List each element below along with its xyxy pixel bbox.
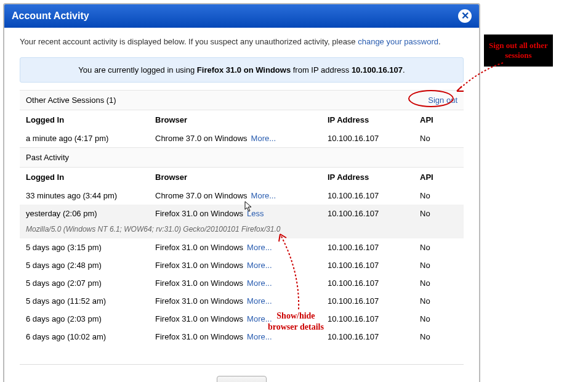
browser-name: Chrome 37.0 on Windows (155, 191, 248, 200)
cell-api: No (420, 314, 457, 323)
cell-api: No (420, 278, 457, 288)
past-header-row: Logged In Browser IP Address API (20, 168, 464, 187)
banner-ip: 10.100.16.107 (352, 65, 403, 75)
cell-api: No (420, 261, 457, 270)
cell-logged-in: 5 days ago (2:07 pm) (26, 278, 155, 288)
past-activity-label: Past Activity (26, 153, 69, 162)
cell-logged-in: 5 days ago (2:48 pm) (26, 261, 155, 270)
table-row: 5 days ago (11:52 am)Firefox 31.0 on Win… (20, 292, 464, 310)
col-logged-in: Logged In (26, 173, 155, 182)
cell-logged-in: 6 days ago (2:03 pm) (26, 314, 155, 323)
other-sessions-label: Other Active Sessions (1) (26, 96, 116, 105)
annotation-signout: Sign out all other sessions (484, 35, 553, 67)
cell-browser: Firefox 31.0 on WindowsMore... (155, 261, 328, 270)
cell-browser: Firefox 31.0 on WindowsMore... (155, 314, 328, 323)
other-sessions-header: Other Active Sessions (1) Sign out (20, 90, 464, 110)
col-ip: IP Address (328, 115, 420, 124)
less-link[interactable]: Less (247, 209, 264, 218)
browser-name: Firefox 31.0 on Windows (155, 261, 243, 270)
cell-api: No (420, 191, 457, 200)
table-row: 6 days ago (2:03 pm)Firefox 31.0 on Wind… (20, 310, 464, 328)
cell-logged-in: a minute ago (4:17 pm) (26, 134, 155, 143)
browser-name: Firefox 31.0 on Windows (155, 243, 243, 252)
more-link[interactable]: More... (247, 314, 272, 323)
cell-logged-in: 33 minutes ago (3:44 pm) (26, 191, 155, 200)
cell-ip: 10.100.16.107 (328, 296, 420, 306)
table-row: 33 minutes ago (3:44 pm)Chrome 37.0 on W… (20, 187, 464, 205)
intro-text: Your recent account activity is displaye… (20, 37, 464, 46)
change-password-link[interactable]: change your password (358, 37, 438, 46)
more-link[interactable]: More... (247, 296, 272, 306)
intro-suffix: . (438, 37, 441, 46)
browser-name: Firefox 31.0 on Windows (155, 314, 243, 323)
browser-name: Firefox 31.0 on Windows (155, 296, 243, 306)
table-row: 5 days ago (3:15 pm)Firefox 31.0 on Wind… (20, 238, 464, 256)
col-browser: Browser (155, 115, 328, 124)
cell-api: No (420, 209, 457, 218)
more-link[interactable]: More... (251, 191, 276, 200)
cell-browser: Firefox 31.0 on WindowsMore... (155, 296, 328, 306)
browser-name: Firefox 31.0 on Windows (155, 332, 243, 341)
cell-api: No (420, 332, 457, 341)
table-row: a minute ago (4:17 pm)Chrome 37.0 on Win… (20, 129, 464, 147)
dialog-footer: Close (20, 364, 464, 382)
account-activity-dialog: Account Activity ✕ Your recent account a… (3, 3, 480, 382)
browser-name: Firefox 31.0 on Windows (155, 209, 243, 218)
cell-ip: 10.100.16.107 (328, 278, 420, 288)
table-row: 5 days ago (2:48 pm)Firefox 31.0 on Wind… (20, 256, 464, 274)
cell-ip: 10.100.16.107 (328, 209, 420, 218)
cell-ip: 10.100.16.107 (328, 243, 420, 252)
table-row: 5 days ago (2:07 pm)Firefox 31.0 on Wind… (20, 274, 464, 292)
banner-post: . (403, 65, 405, 75)
sign-out-link[interactable]: Sign out (428, 96, 457, 105)
browser-name: Firefox 31.0 on Windows (155, 278, 243, 288)
cell-ip: 10.100.16.107 (328, 134, 420, 143)
cell-logged-in: 6 days ago (10:02 am) (26, 332, 155, 341)
more-link[interactable]: More... (247, 332, 272, 341)
cell-browser: Firefox 31.0 on WindowsMore... (155, 243, 328, 252)
cell-ip: 10.100.16.107 (328, 191, 420, 200)
intro-prefix: Your recent account activity is displaye… (20, 37, 358, 46)
cell-browser: Firefox 31.0 on WindowsMore... (155, 278, 328, 288)
past-activity-header: Past Activity (20, 147, 464, 168)
table-row: 6 days ago (10:02 am)Firefox 31.0 on Win… (20, 328, 464, 346)
cell-ip: 10.100.16.107 (328, 314, 420, 323)
banner-mid: from IP address (291, 65, 352, 75)
page-title: Account Activity (12, 10, 89, 22)
cell-browser: Chrome 37.0 on WindowsMore... (155, 134, 328, 143)
banner-browser: Firefox 31.0 on Windows (197, 65, 291, 75)
cell-browser: Firefox 31.0 on WindowsMore... (155, 332, 328, 341)
cell-browser: Chrome 37.0 on WindowsMore... (155, 191, 328, 200)
current-session-banner: You are currently logged in using Firefo… (20, 57, 464, 83)
cell-api: No (420, 296, 457, 306)
cell-logged-in: 5 days ago (11:52 am) (26, 296, 155, 306)
more-link[interactable]: More... (247, 243, 272, 252)
banner-pre: You are currently logged in using (78, 65, 196, 75)
close-button[interactable]: Close (217, 376, 267, 382)
table-row: yesterday (2:06 pm)Firefox 31.0 on Windo… (20, 205, 464, 222)
cell-ip: 10.100.16.107 (328, 261, 420, 270)
col-logged-in: Logged In (26, 115, 155, 124)
cell-ip: 10.100.16.107 (328, 332, 420, 341)
more-link[interactable]: More... (251, 134, 276, 143)
col-ip: IP Address (328, 173, 420, 182)
close-icon[interactable]: ✕ (458, 9, 472, 23)
col-browser: Browser (155, 173, 328, 182)
active-header-row: Logged In Browser IP Address API (20, 110, 464, 129)
col-api: API (420, 115, 457, 124)
more-link[interactable]: More... (247, 261, 272, 270)
cell-logged-in: yesterday (2:06 pm) (26, 209, 155, 218)
user-agent-detail: Mozilla/5.0 (Windows NT 6.1; WOW64; rv:3… (20, 222, 464, 238)
titlebar: Account Activity ✕ (4, 4, 479, 28)
cell-logged-in: 5 days ago (3:15 pm) (26, 243, 155, 252)
col-api: API (420, 173, 457, 182)
dialog-content: Your recent account activity is displaye… (4, 28, 479, 358)
cell-api: No (420, 243, 457, 252)
more-link[interactable]: More... (247, 278, 272, 288)
browser-name: Chrome 37.0 on Windows (155, 134, 248, 143)
cell-browser: Firefox 31.0 on WindowsLess (155, 209, 328, 218)
cell-api: No (420, 134, 457, 143)
